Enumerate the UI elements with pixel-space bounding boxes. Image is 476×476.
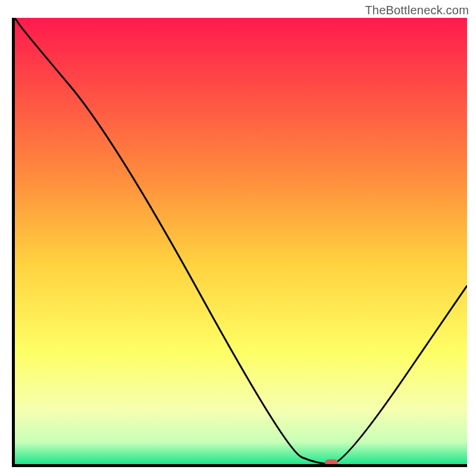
- bottleneck-curve: [15, 18, 467, 464]
- watermark-text: TheBottleneck.com: [365, 4, 469, 17]
- plot-area: [12, 18, 467, 467]
- optimal-marker: [325, 459, 338, 466]
